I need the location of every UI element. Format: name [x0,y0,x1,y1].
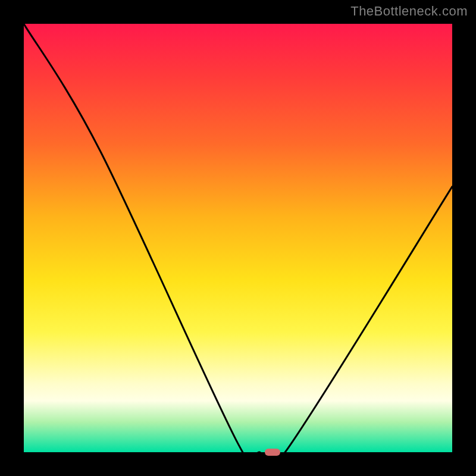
chart-plot-area [24,24,452,452]
bottleneck-curve [24,24,452,452]
attribution-label: TheBottleneck.com [350,4,468,19]
optimal-point-marker [265,449,280,456]
